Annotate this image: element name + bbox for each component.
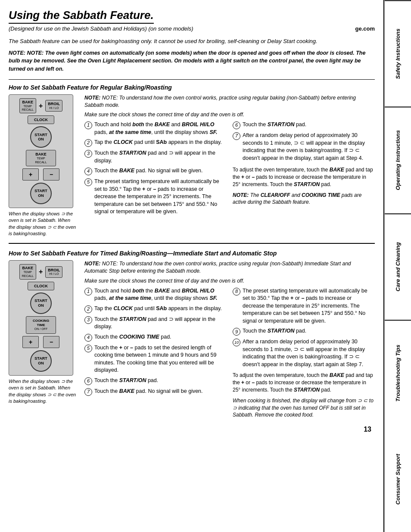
note3-1: NOTE: The CLEAR/OFF and COOKING TIME pad… (233, 192, 375, 206)
step-1-6: 6 Touch the START/ON pad. (233, 121, 375, 129)
plus-button-1: + (22, 168, 39, 180)
bake-button-1b: BAKETEMPRECALL (26, 150, 56, 166)
adjust-note-2: To adjust the oven temperature, touch th… (233, 372, 375, 393)
section2-note2: Make sure the clock shows the correct ti… (84, 277, 375, 285)
step-1-4: 4 Touch the BAKE pad. No signal will be … (84, 167, 227, 175)
diagram-2: BAKETEMPRECALL + BROILHI / LO CLOCK STAR… (9, 260, 73, 375)
broil-button-2: BROILHI / LO (45, 266, 62, 278)
page-number: 13 (9, 426, 375, 433)
ge-com: ge.com (355, 25, 375, 32)
sidebar-section-troubleshooting: Troubleshooting Tips (385, 320, 411, 426)
clock-button-2: CLOCK (28, 282, 54, 290)
step-1-3: 3 Touch the START/ON pad and ⊃ will appe… (84, 149, 227, 165)
finish-note: When cooking is finished, the display wi… (233, 397, 375, 419)
diagram1-caption: When the display shows ⊃ the oven is set… (9, 211, 78, 237)
step-1-1: 1 Touch and hold both the BAKE and BROIL… (84, 121, 227, 136)
step-2-5: 5 Touch the + or – pads to set the desir… (84, 344, 227, 374)
sidebar-section-operating: Operating Instructions (385, 106, 411, 213)
step-2-8: 8 The preset starting temperature will a… (233, 287, 375, 325)
start-on-button-1b: STARTON (30, 183, 52, 204)
start-on-button-2: STARTON (30, 292, 52, 314)
adjust-note-1: To adjust the oven temperature, touch th… (233, 166, 375, 188)
diagram2-caption: When the display shows ⊃ the oven is set… (9, 378, 78, 405)
bake-button-1: BAKETEMPRECALL (19, 98, 36, 114)
section2-heading: How to Set Sabbath Feature for Timed Bak… (9, 250, 375, 257)
sidebar: Safety Instructions Operating Instructio… (384, 0, 411, 532)
step-2-2: 2 Tap the CLOCK pad until SAb appears in… (84, 305, 227, 313)
section1-note2: Make sure the clock shows the correct ti… (84, 111, 375, 118)
bake-button-2: BAKETEMPRECALL (19, 264, 36, 280)
subtitle: (Designed for use on the Jewish Sabbath … (9, 25, 193, 32)
step-2-1: 1 Touch and hold both the BAKE and BROIL… (84, 287, 227, 302)
section1-heading: How to Set Sabbath Feature for Regular B… (9, 84, 375, 91)
minus-button-1: − (43, 168, 59, 180)
step-2-10: 10 After a random delay period of approx… (233, 338, 375, 368)
step-2-3: 3 Touch the START/ON pad and ⊃ will appe… (84, 316, 227, 331)
sidebar-section-consumer: Consumer Support (385, 426, 411, 532)
clock-button-1: CLOCK (28, 115, 54, 124)
step-1-5: 5 The preset starting temperature will a… (84, 178, 227, 216)
sidebar-section-care: Care and Cleaning (385, 213, 411, 320)
sidebar-section-safety: Safety Instructions (385, 0, 411, 106)
section2-note: NOTE: NOTE: To understand how the oven c… (84, 260, 375, 275)
step-2-7: 7 Touch the BAKE pad. No signal will be … (84, 388, 227, 396)
cooking-time-button: COOKINGTIMEON / OFF (26, 316, 56, 334)
note-text: NOTE: NOTE: The oven light comes on auto… (9, 49, 375, 73)
step-2-6: 6 Touch the START/ON pad. (84, 377, 227, 385)
broil-button-1: BROILHI / LO (45, 100, 62, 112)
step-1-7: 7 After a random delay period of approxi… (233, 132, 375, 162)
plus-button-2: + (22, 336, 39, 348)
step-1-2: 2 Tap the CLOCK pad until SAb appears in… (84, 139, 227, 147)
section2-steps-left: 1 Touch and hold both the BAKE and BROIL… (84, 287, 227, 421)
intro-text: The Sabbath feature can be used for baki… (9, 37, 375, 46)
section1-note: NOTE: NOTE: To understand how the oven c… (84, 94, 375, 109)
start-on-button-1: STARTON (30, 126, 52, 148)
section1-steps-right: 6 Touch the START/ON pad. 7 After a rand… (233, 121, 375, 218)
start-on-button-2b: STARTON (30, 350, 52, 372)
step-2-4: 4 Touch the COOKING TIME pad. (84, 333, 227, 342)
page-title: Using the Sabbath Feature. (9, 9, 154, 24)
minus-button-2: − (43, 336, 59, 348)
step-2-9: 9 Touch the START/ON pad. (233, 327, 375, 336)
section1-steps-left: 1 Touch and hold both the BAKE and BROIL… (84, 121, 227, 218)
diagram-1: BAKETEMPRECALL + BROILHI / LO CLOCK STAR… (9, 94, 73, 208)
section2-steps-right: 8 The preset starting temperature will a… (233, 287, 375, 421)
